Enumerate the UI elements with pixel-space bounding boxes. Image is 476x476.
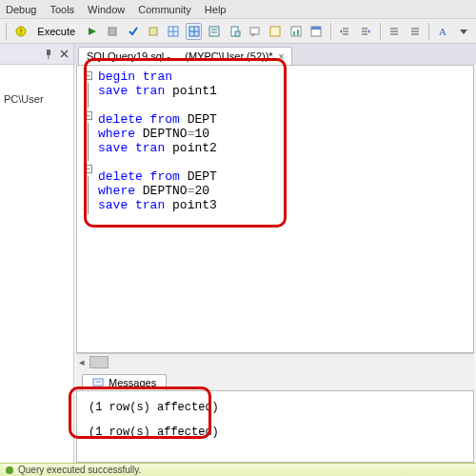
svg-rect-15	[235, 31, 240, 36]
editor-horizontal-scrollbar[interactable]: ◂	[76, 353, 474, 369]
messages-tab[interactable]: Messages	[82, 374, 167, 390]
scroll-left-icon[interactable]: ◂	[76, 356, 88, 368]
tree-node[interactable]: PC\User	[4, 93, 44, 105]
scroll-thumb[interactable]	[89, 356, 109, 368]
success-icon	[6, 466, 13, 474]
content-area: PC\User SQLQuery19.sql - ... (MYPC\User …	[0, 44, 476, 463]
svg-rect-16	[250, 28, 259, 34]
grid2-icon[interactable]	[186, 23, 202, 40]
stop-square-icon[interactable]	[105, 23, 121, 40]
stop-icon[interactable]: !	[12, 23, 29, 40]
separator	[380, 23, 381, 40]
comment-icon[interactable]	[247, 23, 263, 40]
file-results-icon[interactable]	[227, 23, 243, 40]
svg-rect-23	[311, 27, 321, 30]
chevron-down-icon[interactable]	[456, 23, 472, 40]
toolbar: ! Execute	[0, 19, 476, 44]
indent-left-icon[interactable]	[337, 23, 353, 40]
svg-marker-27	[340, 30, 342, 33]
svg-rect-19	[291, 27, 301, 36]
svg-marker-2	[89, 28, 96, 35]
fold-icon[interactable]: −	[84, 111, 92, 120]
svg-marker-31	[368, 30, 370, 33]
separator	[330, 23, 331, 40]
status-text: Query executed successfully.	[18, 465, 141, 475]
svg-rect-4	[149, 28, 157, 35]
grid1-icon[interactable]	[166, 23, 182, 40]
fold-icon[interactable]: −	[84, 71, 92, 80]
close-tab-icon[interactable]: ×	[279, 51, 285, 62]
svg-rect-18	[270, 27, 280, 36]
svg-text:!: !	[19, 27, 22, 36]
separator	[428, 23, 429, 40]
indent-right-icon[interactable]	[357, 23, 373, 40]
tab-title: SQLQuery19.sql - ... (MYPC\User (52))*	[87, 50, 273, 62]
svg-rect-21	[297, 30, 299, 35]
menu-tools[interactable]: Tools	[50, 4, 74, 15]
sidebar-tree[interactable]: PC\User	[0, 65, 73, 109]
menu-help[interactable]: Help	[205, 4, 227, 15]
document-tab-row: SQLQuery19.sql - ... (MYPC\User (52))* ×	[74, 44, 476, 65]
main-pane: SQLQuery19.sql - ... (MYPC\User (52))* ×…	[74, 44, 476, 463]
check-icon[interactable]	[125, 23, 141, 40]
pin-icon[interactable]	[42, 48, 55, 61]
execute-label: Execute	[37, 26, 75, 37]
svg-rect-40	[47, 50, 50, 55]
fold-gutter[interactable]: − − −	[81, 69, 94, 348]
sidebar-header	[0, 44, 73, 65]
svg-text:A: A	[439, 26, 446, 37]
results-tab-row: Messages	[76, 369, 474, 390]
plan-icon[interactable]	[268, 23, 284, 40]
stats-icon[interactable]	[288, 23, 304, 40]
close-icon[interactable]	[57, 48, 70, 61]
svg-rect-11	[209, 27, 219, 36]
message-line: (1 row(s) affected)	[89, 426, 462, 439]
message-line: (1 row(s) affected)	[89, 401, 462, 414]
svg-rect-20	[293, 31, 295, 35]
play-icon[interactable]	[84, 23, 100, 40]
status-bar: Query executed successfully.	[0, 463, 476, 476]
object-explorer: PC\User	[0, 44, 74, 463]
menu-debug[interactable]: Debug	[6, 4, 36, 15]
svg-rect-3	[109, 28, 116, 35]
execute-button[interactable]: Execute	[32, 22, 80, 41]
messages-output[interactable]: (1 row(s) affected) (1 row(s) affected)	[76, 390, 474, 463]
window-icon[interactable]	[307, 23, 324, 40]
menu-community[interactable]: Community	[138, 4, 191, 15]
svg-marker-39	[460, 30, 467, 34]
fold-icon[interactable]: −	[84, 165, 92, 173]
comment-out-icon[interactable]	[387, 23, 403, 40]
svg-marker-17	[252, 34, 255, 36]
code-text[interactable]: begin tran save tran point1 delete from …	[94, 69, 217, 348]
menu-bar: Debug Tools Window Community Help	[0, 0, 476, 19]
separator	[6, 23, 7, 40]
font-icon[interactable]: A	[435, 23, 451, 40]
sql-editor[interactable]: − − − begin tran save tran point1 delete…	[76, 65, 474, 353]
uncomment-icon[interactable]	[407, 23, 423, 40]
text-results-icon[interactable]	[206, 23, 222, 40]
messages-icon	[92, 377, 104, 388]
db-icon[interactable]	[145, 23, 161, 40]
messages-tab-label: Messages	[109, 377, 156, 388]
document-tab[interactable]: SQLQuery19.sql - ... (MYPC\User (52))* ×	[78, 47, 292, 65]
menu-window[interactable]: Window	[88, 4, 125, 15]
